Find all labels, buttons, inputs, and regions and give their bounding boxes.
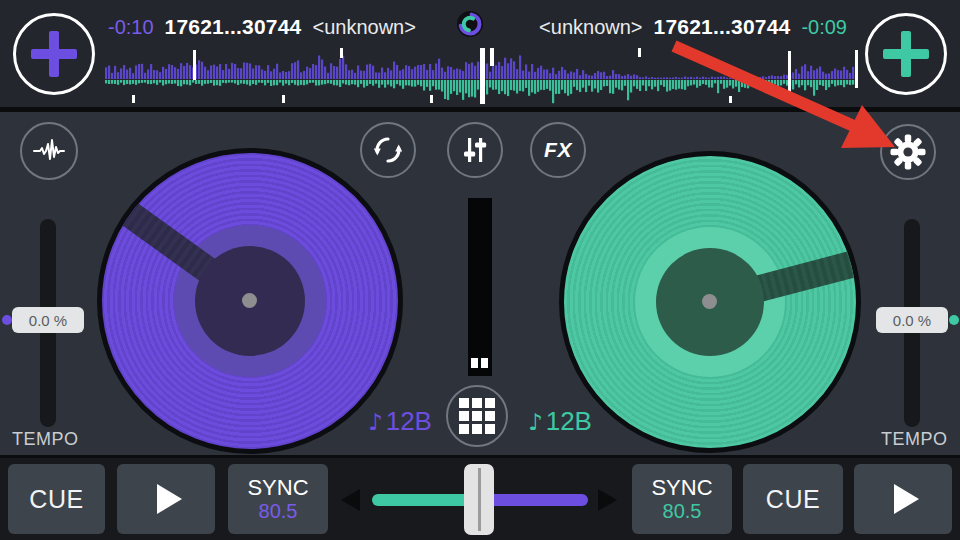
sync-label: SYNC [651,475,712,500]
deck-a-track-title: 17621...30744 [165,15,302,39]
jog-wheel-deck-b[interactable] [559,151,861,453]
settings-button[interactable] [880,124,936,180]
deck-b-track-title: 17621...30744 [654,15,791,39]
deck-b-artist: <unknown> [539,16,642,39]
sync-button-b[interactable]: SYNC 80.5 [632,464,732,534]
cue-label: CUE [766,485,820,514]
crossfader-left-arrow-icon[interactable] [341,489,360,511]
mixer-button[interactable] [447,122,503,178]
waveform-pulse-icon [29,131,69,171]
cue-button-a[interactable]: CUE [8,464,105,534]
dj-app-screen: -0:10 17621...30744 <unknown> <unknown> … [0,0,960,540]
deck-b-key-badge: ♪ 12B [528,406,592,437]
sync-label: SYNC [247,475,308,500]
pads-button[interactable] [446,385,508,447]
deck-a-track-info: -0:10 17621...30744 <unknown> [108,15,416,39]
gear-icon [888,132,928,172]
grid-icon [458,397,496,435]
play-icon [894,484,919,514]
load-track-a-button[interactable] [13,13,95,95]
play-icon [157,484,182,514]
tempo-value-a: 0.0 % [29,312,67,329]
music-note-icon: ♪ [368,409,383,435]
loop-button[interactable] [360,122,416,178]
loop-icon [368,130,408,170]
fx-button[interactable]: FX [530,122,586,178]
spindle-dot [242,293,257,308]
spindle-dot [702,294,717,309]
meter-segment [471,358,478,368]
tempo-label-b: TEMPO [881,429,948,450]
play-button-a[interactable] [117,464,215,534]
crossfader-right-arrow-icon[interactable] [598,489,617,511]
tempo-slider-handle-a[interactable]: 0.0 % [12,307,84,333]
tempo-value-b: 0.0 % [893,312,931,329]
sync-spinner-icon [456,10,484,38]
tempo-slider-handle-b[interactable]: 0.0 % [876,307,948,333]
music-note-icon: ♪ [528,409,543,435]
deck-b-remaining-time: -0:09 [801,16,847,39]
cue-label: CUE [29,485,83,514]
header-divider [0,107,960,112]
plus-icon [883,31,929,77]
sync-button-a[interactable]: SYNC 80.5 [228,464,328,534]
deck-b-track-info: <unknown> 17621...30744 -0:09 [539,15,847,39]
tempo-label-a: TEMPO [12,429,79,450]
cue-button-b[interactable]: CUE [743,464,843,534]
crossfader-handle-line [478,468,481,531]
deck-a-artist: <unknown> [313,16,416,39]
fx-label: FX [544,138,572,162]
level-meter [468,198,492,376]
deck-a-key-badge: ♪ 12B [368,406,432,437]
crossfader-handle[interactable] [464,464,494,535]
waveform-display[interactable] [105,46,860,106]
play-button-b[interactable] [854,464,952,534]
meter-segment [481,358,488,368]
deck-a-key-value: 12B [386,406,432,437]
header-bar: -0:10 17621...30744 <unknown> <unknown> … [0,0,960,107]
bpm-value-b: 80.5 [663,500,702,523]
bpm-value-a: 80.5 [259,500,298,523]
plus-icon [31,31,77,77]
load-track-b-button[interactable] [865,13,947,95]
waveform-view-button[interactable] [20,122,78,180]
mixer-sliders-icon [455,130,495,170]
jog-wheel-deck-a[interactable] [97,148,403,454]
deck-b-key-value: 12B [546,406,592,437]
tempo-zero-dot [2,315,12,325]
deck-a-remaining-time: -0:10 [108,16,154,39]
tempo-zero-dot [949,315,959,325]
